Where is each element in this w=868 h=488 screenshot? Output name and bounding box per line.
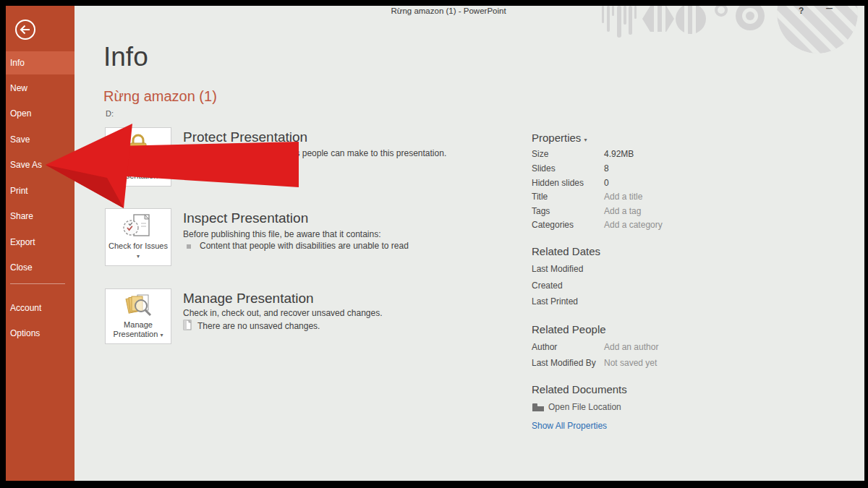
inspect-section-description: Before publishing this file, be aware th…: [183, 229, 494, 239]
protect-presentation-button[interactable]: Protect Presentation ▾: [105, 127, 171, 187]
sidebar-divider: [10, 283, 65, 284]
sidebar-item-print[interactable]: Print: [6, 179, 75, 202]
decor-equalizer-bar: [602, 6, 604, 23]
related-dates-last-printed: Last Printed: [532, 296, 770, 307]
sidebar-item-export[interactable]: Export: [6, 231, 75, 254]
inspect-finding-text: Content that people with disabilities ar…: [200, 241, 503, 251]
back-button[interactable]: [14, 18, 37, 41]
manage-note-text: There are no unsaved changes.: [197, 321, 487, 331]
sidebar-item-info[interactable]: Info: [6, 51, 75, 74]
property-row-tags: TagsAdd a tag: [532, 206, 770, 216]
decor-hexagon-icon: [642, 6, 674, 32]
help-icon[interactable]: ?: [799, 6, 804, 16]
window-title: Rừng amazon (1) - PowerPoint: [304, 7, 593, 15]
sidebar-item-open[interactable]: Open: [6, 102, 75, 125]
backstage-sidebar: Info New Open Save Save As Print Share E…: [6, 6, 75, 481]
sidebar-item-share[interactable]: Share: [6, 205, 75, 228]
decor-target-icon: [736, 6, 765, 30]
last-modified-by-value: Not saved yet: [604, 358, 657, 368]
screenshot-root: { "titlebar": { "title": "Rừng amazon (1…: [0, 0, 868, 488]
lock-key-icon: [122, 132, 154, 160]
inspect-section-heading: Inspect Presentation: [183, 210, 308, 226]
property-row-title: TitleAdd a title: [532, 192, 770, 202]
related-dates-last-modified: Last Modified: [532, 264, 770, 274]
protect-button-label: Protect Presentation ▾: [106, 162, 171, 181]
open-file-location-link[interactable]: Open File Location: [548, 402, 621, 412]
sidebar-item-save[interactable]: Save: [6, 128, 75, 151]
protect-section-description: Control what types of changes people can…: [183, 148, 494, 158]
decor-ring-icon: [716, 6, 726, 15]
properties-dropdown[interactable]: Properties ▾: [532, 132, 587, 144]
property-row-size: Size4.92MB: [532, 149, 770, 159]
check-for-issues-button[interactable]: Check for Issues ▾: [105, 208, 171, 266]
show-all-properties-link[interactable]: Show All Properties: [532, 421, 607, 431]
decor-striped-disc-icon: [676, 6, 706, 35]
check-for-issues-label: Check for Issues ▾: [106, 241, 171, 261]
document-title: Rừng amazon (1): [103, 88, 217, 105]
manage-presentation-button[interactable]: Manage Presentation ▾: [105, 288, 171, 344]
property-row-hidden-slides: Hidden slides0: [532, 178, 770, 188]
related-people-heading: Related People: [532, 323, 606, 335]
property-value-slides: 8: [604, 163, 609, 174]
chevron-down-icon: ▾: [137, 253, 140, 260]
sidebar-item-close[interactable]: Close: [6, 256, 75, 279]
add-tag-field[interactable]: Add a tag: [604, 206, 641, 216]
manage-button-label: Manage Presentation ▾: [106, 320, 171, 340]
add-category-field[interactable]: Add a category: [604, 220, 663, 230]
property-row-slides: Slides8: [532, 163, 770, 174]
manage-documents-icon: [122, 294, 155, 318]
protect-section-heading: Protect Presentation: [183, 129, 307, 145]
related-people-author-row: AuthorAdd an author: [532, 342, 770, 352]
add-title-field[interactable]: Add a title: [604, 192, 642, 202]
related-documents-heading: Related Documents: [532, 383, 627, 395]
sidebar-item-account[interactable]: Account: [6, 296, 75, 320]
add-author-field[interactable]: Add an author: [604, 342, 658, 352]
related-people-modified-row: Last Modified ByNot saved yet: [532, 358, 770, 368]
inspect-document-icon: [122, 213, 155, 239]
property-value-size: 4.92MB: [604, 149, 634, 159]
minimize-icon[interactable]: –: [826, 1, 833, 14]
sidebar-item-save-as[interactable]: Save As: [6, 153, 75, 176]
back-arrow-icon: [14, 18, 37, 41]
manage-section-heading: Manage Presentation: [183, 291, 314, 307]
finding-bullet-icon: [187, 244, 191, 249]
folder-icon: [532, 403, 544, 411]
chevron-down-icon: ▾: [160, 332, 163, 338]
related-dates-created: Created: [532, 281, 770, 291]
manage-section-description: Check in, check out, and recover unsaved…: [183, 308, 494, 318]
page-title: Info: [103, 42, 148, 72]
property-row-categories: CategoriesAdd a category: [532, 220, 770, 230]
sidebar-item-new[interactable]: New: [6, 77, 75, 100]
sidebar-item-options[interactable]: Options: [6, 322, 75, 345]
unsaved-changes-doc-icon: [183, 320, 193, 331]
property-value-hidden-slides: 0: [604, 178, 609, 188]
chevron-down-icon: ▾: [584, 137, 587, 143]
document-location: D:: [106, 109, 114, 118]
chevron-down-icon: ▾: [160, 174, 163, 180]
related-dates-heading: Related Dates: [532, 245, 600, 257]
